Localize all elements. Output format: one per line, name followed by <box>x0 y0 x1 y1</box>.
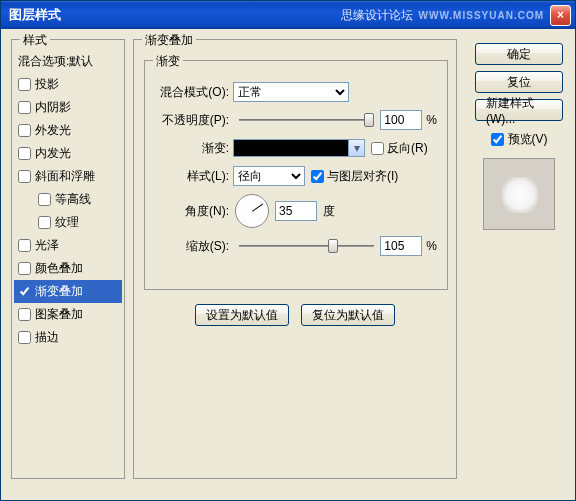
reverse-checkbox[interactable] <box>371 142 384 155</box>
gradient-label: 渐变: <box>155 140 233 157</box>
style-item-label: 内发光 <box>35 145 71 162</box>
blend-mode-row: 混合模式(O): 正常 <box>155 81 437 103</box>
watermark-url: WWW.MISSYUAN.COM <box>419 10 544 21</box>
preview-checkbox[interactable] <box>491 133 504 146</box>
align-checkbox[interactable] <box>311 170 324 183</box>
style-item[interactable]: 外发光 <box>14 119 122 142</box>
blend-options-header[interactable]: 混合选项:默认 <box>14 50 122 73</box>
close-button[interactable]: × <box>550 5 571 26</box>
style-list: 混合选项:默认 投影内阴影外发光内发光斜面和浮雕等高线纹理光泽颜色叠加渐变叠加图… <box>12 40 124 351</box>
opacity-input[interactable] <box>380 110 422 130</box>
layer-style-dialog: 图层样式 思缘设计论坛 WWW.MISSYUAN.COM × 样式 混合选项:默… <box>0 0 576 501</box>
angle-label: 角度(N): <box>155 203 233 220</box>
preview-checkbox-wrap[interactable]: 预览(V) <box>475 131 563 148</box>
angle-dial[interactable] <box>235 194 269 228</box>
blend-mode-select[interactable]: 正常 <box>233 82 349 102</box>
cancel-button[interactable]: 复位 <box>475 71 563 93</box>
style-item-label: 颜色叠加 <box>35 260 83 277</box>
style-checkbox[interactable] <box>18 262 31 275</box>
style-item-label: 渐变叠加 <box>35 283 83 300</box>
styles-legend: 样式 <box>20 32 50 49</box>
angle-row: 角度(N): 度 <box>155 193 437 229</box>
style-checkbox[interactable] <box>18 308 31 321</box>
right-column: 确定 复位 新建样式(W)... 预览(V) <box>475 43 563 230</box>
reverse-checkbox-wrap[interactable]: 反向(R) <box>371 140 428 157</box>
angle-input[interactable] <box>275 201 317 221</box>
style-checkbox[interactable] <box>18 239 31 252</box>
style-item-label: 光泽 <box>35 237 59 254</box>
style-checkbox[interactable] <box>18 331 31 344</box>
reset-default-button[interactable]: 复位为默认值 <box>301 304 395 326</box>
style-item[interactable]: 光泽 <box>14 234 122 257</box>
style-item-label: 外发光 <box>35 122 71 139</box>
style-item-label: 纹理 <box>55 214 79 231</box>
gradient-dropdown-icon[interactable]: ▾ <box>349 139 365 157</box>
style-item[interactable]: 渐变叠加 <box>14 280 122 303</box>
watermark-text: 思缘设计论坛 <box>341 7 413 24</box>
dialog-content: 样式 混合选项:默认 投影内阴影外发光内发光斜面和浮雕等高线纹理光泽颜色叠加渐变… <box>1 29 575 500</box>
style-item[interactable]: 斜面和浮雕 <box>14 165 122 188</box>
style-item-label: 投影 <box>35 76 59 93</box>
style-item-label: 斜面和浮雕 <box>35 168 95 185</box>
gradient-group: 渐变 混合模式(O): 正常 不透明度(P): % 渐变: ▾ <box>144 60 448 290</box>
angle-unit: 度 <box>323 203 335 220</box>
window-title: 图层样式 <box>5 6 341 24</box>
style-checkbox[interactable] <box>18 124 31 137</box>
ok-button[interactable]: 确定 <box>475 43 563 65</box>
opacity-label: 不透明度(P): <box>155 112 233 129</box>
scale-label: 缩放(S): <box>155 238 233 255</box>
styles-panel: 样式 混合选项:默认 投影内阴影外发光内发光斜面和浮雕等高线纹理光泽颜色叠加渐变… <box>11 39 125 479</box>
opacity-slider[interactable] <box>239 111 374 129</box>
blend-mode-label: 混合模式(O): <box>155 84 233 101</box>
scale-slider[interactable] <box>239 237 374 255</box>
style-item[interactable]: 颜色叠加 <box>14 257 122 280</box>
style-item[interactable]: 图案叠加 <box>14 303 122 326</box>
style-item[interactable]: 投影 <box>14 73 122 96</box>
make-default-button[interactable]: 设置为默认值 <box>195 304 289 326</box>
effect-panel: 渐变叠加 渐变 混合模式(O): 正常 不透明度(P): % <box>133 39 457 479</box>
gradient-legend: 渐变 <box>153 53 183 70</box>
effect-legend: 渐变叠加 <box>142 32 196 49</box>
preview-swatch <box>483 158 555 230</box>
titlebar: 图层样式 思缘设计论坛 WWW.MISSYUAN.COM × <box>1 1 575 29</box>
gradient-preview[interactable] <box>233 139 349 157</box>
scale-unit: % <box>426 239 437 253</box>
style-checkbox[interactable] <box>18 78 31 91</box>
style-item-label: 图案叠加 <box>35 306 83 323</box>
style-item[interactable]: 描边 <box>14 326 122 349</box>
opacity-unit: % <box>426 113 437 127</box>
default-buttons-row: 设置为默认值 复位为默认值 <box>134 304 456 326</box>
style-select[interactable]: 径向 <box>233 166 305 186</box>
scale-row: 缩放(S): % <box>155 235 437 257</box>
style-item-label: 内阴影 <box>35 99 71 116</box>
gradient-row: 渐变: ▾ 反向(R) <box>155 137 437 159</box>
scale-input[interactable] <box>380 236 422 256</box>
style-checkbox[interactable] <box>18 147 31 160</box>
opacity-row: 不透明度(P): % <box>155 109 437 131</box>
style-checkbox[interactable] <box>38 193 51 206</box>
align-checkbox-wrap[interactable]: 与图层对齐(I) <box>311 168 398 185</box>
style-item-label: 等高线 <box>55 191 91 208</box>
style-label: 样式(L): <box>155 168 233 185</box>
style-item[interactable]: 纹理 <box>14 211 122 234</box>
style-checkbox[interactable] <box>18 285 31 298</box>
close-icon: × <box>557 8 564 22</box>
style-row: 样式(L): 径向 与图层对齐(I) <box>155 165 437 187</box>
new-style-button[interactable]: 新建样式(W)... <box>475 99 563 121</box>
style-item[interactable]: 内阴影 <box>14 96 122 119</box>
style-checkbox[interactable] <box>38 216 51 229</box>
style-checkbox[interactable] <box>18 170 31 183</box>
style-checkbox[interactable] <box>18 101 31 114</box>
style-item-label: 描边 <box>35 329 59 346</box>
style-item[interactable]: 内发光 <box>14 142 122 165</box>
style-item[interactable]: 等高线 <box>14 188 122 211</box>
